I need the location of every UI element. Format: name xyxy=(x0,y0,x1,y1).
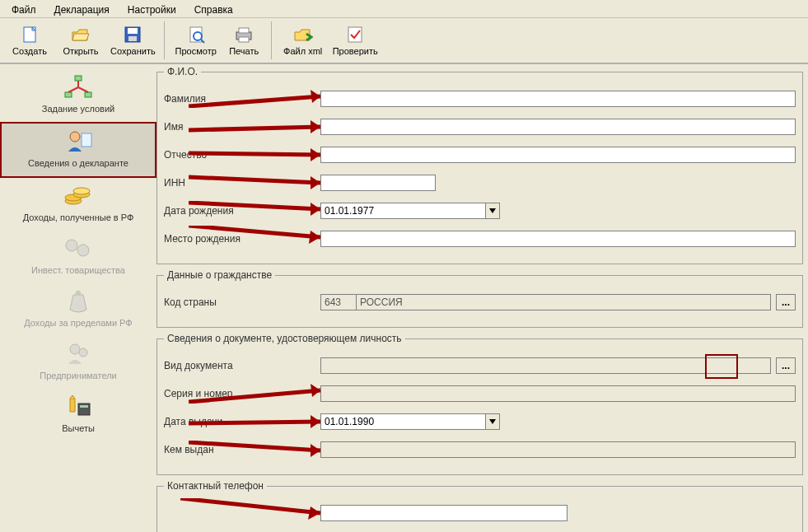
svg-rect-25 xyxy=(80,405,88,408)
folder-open-icon xyxy=(71,25,91,44)
entrepreneur-icon xyxy=(62,341,95,367)
chevron-down-icon xyxy=(489,419,496,424)
svg-point-19 xyxy=(73,188,90,194)
sidebar-item-conditions[interactable]: Задание условий xyxy=(0,69,156,122)
phone-input[interactable] xyxy=(320,505,567,521)
preview-icon xyxy=(186,25,206,44)
chevron-down-icon xyxy=(489,208,496,213)
new-file-icon xyxy=(20,25,40,44)
label-surname: Фамилия xyxy=(164,93,312,105)
save-button[interactable]: Сохранить xyxy=(107,21,165,59)
label-dob: Дата рождения xyxy=(164,205,312,217)
invest-icon xyxy=(62,236,95,262)
svg-rect-9 xyxy=(239,37,249,42)
svg-point-14 xyxy=(70,132,80,142)
arrow-icon xyxy=(180,498,337,520)
menu-bar: Файл Декларация Настройки Справка xyxy=(0,0,808,18)
menu-file[interactable]: Файл xyxy=(7,2,41,15)
dob-input[interactable] xyxy=(320,203,485,219)
check-button[interactable]: Проверить xyxy=(329,21,381,59)
label-doc-date: Дата выдачи xyxy=(164,416,312,427)
country-name-input xyxy=(357,294,771,310)
sidebar-label: Предприниматели xyxy=(40,371,116,380)
declarant-icon xyxy=(62,128,95,155)
money-bag-icon xyxy=(62,288,95,315)
svg-point-22 xyxy=(70,344,80,354)
dob-dropdown-button[interactable] xyxy=(485,203,500,219)
svg-point-23 xyxy=(79,348,87,357)
label-doc-issuer: Кем выдан xyxy=(164,444,312,455)
label-pob: Место рождения xyxy=(164,233,312,245)
label-inn: ИНН xyxy=(164,177,312,189)
svg-point-20 xyxy=(66,240,77,251)
fieldset-phone: Контактный телефон xyxy=(156,480,803,532)
coins-icon xyxy=(62,183,95,209)
xml-file-icon xyxy=(293,25,313,44)
form-area: Ф.И.О. Фамилия Имя Отчество ИНН xyxy=(156,64,808,532)
doc-issuer-input[interactable] xyxy=(320,441,796,458)
legend-citizen: Данные о гражданстве xyxy=(164,269,275,281)
sidebar-item-entrepreneurs[interactable]: Предприниматели xyxy=(0,336,156,389)
sidebar-label: Вычеты xyxy=(62,423,95,433)
legend-phone: Контактный телефон xyxy=(164,480,267,492)
svg-line-44 xyxy=(180,498,320,513)
label-patronymic: Отчество xyxy=(164,149,312,161)
sidebar-label: Задание условий xyxy=(42,104,114,114)
svg-rect-12 xyxy=(65,92,72,97)
sidebar-item-income-abroad[interactable]: Доходы за пределами РФ xyxy=(0,283,156,336)
menu-settings[interactable]: Настройки xyxy=(123,2,181,15)
fieldset-citizen: Данные о гражданстве Код страны ... xyxy=(156,269,803,328)
toolbar: Создать Открыть Сохранить Просмотр Печат… xyxy=(0,18,808,64)
svg-rect-8 xyxy=(239,28,249,33)
svg-rect-3 xyxy=(128,36,137,41)
label-country-code: Код страны xyxy=(164,296,312,308)
sidebar-item-invest[interactable]: Инвест. товарищества xyxy=(0,231,156,283)
patronymic-input[interactable] xyxy=(320,147,796,163)
inn-input[interactable] xyxy=(320,175,436,191)
svg-rect-13 xyxy=(85,92,91,97)
sidebar-label: Доходы, полученные в РФ xyxy=(23,212,134,222)
preview-button[interactable]: Просмотр xyxy=(171,21,221,59)
label-name: Имя xyxy=(164,121,312,133)
sidebar-label: Сведения о декларанте xyxy=(28,158,128,168)
sidebar-label: Инвест. товарищества xyxy=(31,265,125,275)
sidebar: Задание условий Сведения о декларанте До… xyxy=(0,64,156,532)
country-code-input xyxy=(320,294,357,310)
menu-help[interactable]: Справка xyxy=(189,2,238,15)
legend-fio: Ф.И.О. xyxy=(164,66,201,77)
pob-input[interactable] xyxy=(320,231,796,247)
sidebar-item-deductions[interactable]: Вычеты xyxy=(0,389,156,441)
legend-document: Сведения о документе, удостоверяющем лич… xyxy=(164,333,405,344)
doc-date-dropdown-button[interactable] xyxy=(485,413,500,430)
xml-button[interactable]: Файл xml xyxy=(278,21,328,59)
conditions-icon xyxy=(62,74,95,100)
doc-type-input xyxy=(320,357,771,374)
print-button[interactable]: Печать xyxy=(222,21,272,59)
doc-series-input[interactable] xyxy=(320,385,796,402)
surname-input[interactable] xyxy=(320,91,796,107)
fieldset-document: Сведения о документе, удостоверяющем лич… xyxy=(156,333,803,475)
open-button[interactable]: Открыть xyxy=(56,21,105,59)
sidebar-label: Доходы за пределами РФ xyxy=(24,318,132,328)
svg-rect-2 xyxy=(128,28,138,34)
country-browse-button[interactable]: ... xyxy=(776,294,796,310)
doc-type-browse-button[interactable]: ... xyxy=(776,357,796,374)
name-input[interactable] xyxy=(320,119,796,135)
check-icon xyxy=(345,25,365,44)
svg-rect-15 xyxy=(82,133,91,147)
fieldset-fio: Ф.И.О. Фамилия Имя Отчество ИНН xyxy=(156,66,803,264)
sidebar-item-declarant[interactable]: Сведения о декларанте xyxy=(0,122,156,178)
print-icon xyxy=(234,25,254,44)
svg-marker-45 xyxy=(308,506,320,520)
svg-rect-10 xyxy=(348,27,362,42)
deductions-icon xyxy=(62,394,95,420)
doc-date-input[interactable] xyxy=(320,413,485,430)
save-icon xyxy=(123,25,142,44)
label-doc-series: Серия и номер xyxy=(164,388,312,399)
menu-declaration[interactable]: Декларация xyxy=(49,2,114,15)
sidebar-item-income-rf[interactable]: Доходы, полученные в РФ xyxy=(0,178,156,231)
svg-rect-11 xyxy=(75,76,82,81)
label-doc-type: Вид документа xyxy=(164,360,312,371)
svg-point-21 xyxy=(77,245,89,256)
create-button[interactable]: Создать xyxy=(5,21,54,59)
